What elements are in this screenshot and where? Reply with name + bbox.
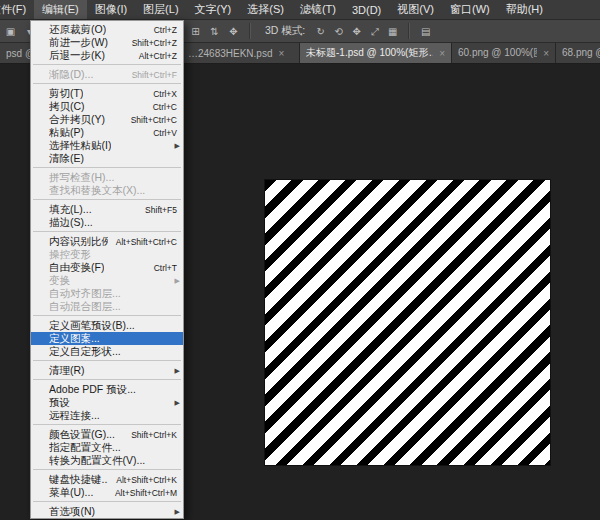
menubar-item[interactable]: 图像(I): [87, 0, 135, 19]
menu-item[interactable]: 清理(R)▶: [31, 364, 183, 377]
menu-item-label: 渐隐(D)...: [49, 68, 93, 82]
menu-item-label: 拼写检查(H)...: [49, 171, 114, 185]
3d-mode-icon[interactable]: ⤢: [367, 24, 382, 39]
menu-item-label: 颜色设置(G)...: [49, 428, 115, 442]
menu-item-shortcut: Shift+Ctrl+F: [124, 70, 177, 80]
menu-item-shortcut: Shift+Ctrl+Z: [124, 38, 177, 48]
options-icon[interactable]: ⊞: [188, 24, 203, 39]
menu-separator: [33, 315, 181, 316]
3d-mode-icon[interactable]: ✥: [349, 24, 364, 39]
menu-item-label: 指定配置文件...: [49, 441, 121, 455]
document-tab[interactable]: 68.png @ 100% (此…×: [556, 43, 600, 63]
menu-item-label: 预设: [49, 396, 70, 410]
3d-mode-icons: ↻⟲✥⤢▦: [313, 24, 400, 39]
menu-item[interactable]: 选择性粘贴(I)▶: [31, 139, 183, 152]
document-tab[interactable]: 60.png @ 100%(图…×: [452, 43, 556, 63]
menubar-item[interactable]: 窗口(W): [442, 0, 498, 19]
submenu-arrow-icon: ▶: [175, 399, 180, 407]
menu-item-label: 合并拷贝(Y): [49, 113, 105, 127]
menubar-item[interactable]: 图层(L): [135, 0, 186, 19]
menu-item-shortcut: Ctrl+T: [146, 263, 177, 273]
tab-close-icon[interactable]: ×: [543, 48, 549, 59]
menu-bar: 文件(F)编辑(E)图像(I)图层(L)文字(Y)选择(S)滤镜(T)3D(D)…: [0, 0, 600, 20]
menu-item-shortcut: Shift+Ctrl+K: [123, 430, 177, 440]
menubar-item[interactable]: 文字(Y): [187, 0, 240, 19]
menubar-item[interactable]: 视图(V): [389, 0, 442, 19]
options-icon[interactable]: ▣: [3, 24, 18, 39]
menu-item[interactable]: 菜单(U)...Alt+Shift+Ctrl+M: [31, 486, 183, 499]
menubar-item[interactable]: 帮助(H): [498, 0, 551, 19]
menu-item[interactable]: 自由变换(F)Ctrl+T: [31, 261, 183, 274]
submenu-arrow-icon: ▶: [175, 367, 180, 375]
menu-item-shortcut: Ctrl+C: [145, 102, 177, 112]
menu-item[interactable]: 填充(L)...Shift+F5: [31, 203, 183, 216]
menu-item-label: Adobe PDF 预设...: [49, 383, 136, 397]
menu-item[interactable]: 转换为配置文件(V)...: [31, 454, 183, 467]
options-icon[interactable]: ▤: [418, 24, 433, 39]
menu-separator: [33, 424, 181, 425]
menu-item[interactable]: 颜色设置(G)...Shift+Ctrl+K: [31, 428, 183, 441]
menu-item-shortcut: Alt+Shift+Ctrl+M: [107, 488, 177, 498]
menu-item-shortcut: Alt+Ctrl+Z: [131, 51, 177, 61]
menu-item-shortcut: Shift+Ctrl+C: [123, 115, 177, 125]
menu-item[interactable]: Adobe PDF 预设...: [31, 383, 183, 396]
menu-item[interactable]: 定义自定形状...: [31, 345, 183, 358]
menu-item[interactable]: 内容识别比例Alt+Shift+Ctrl+C: [31, 235, 183, 248]
menu-item[interactable]: 首选项(N)▶: [31, 505, 183, 518]
menu-item[interactable]: 预设▶: [31, 396, 183, 409]
menu-item[interactable]: 键盘快捷键...Alt+Shift+Ctrl+K: [31, 473, 183, 486]
menu-item-label: 还原裁剪(O): [49, 23, 106, 37]
options-icon[interactable]: ⇅: [207, 24, 222, 39]
menu-item-shortcut: Shift+F5: [137, 205, 177, 215]
tab-close-icon[interactable]: ×: [439, 48, 445, 59]
3d-mode-label: 3D 模式:: [265, 24, 305, 38]
menu-item-label: 剪切(T): [49, 87, 83, 101]
menu-item-shortcut: Alt+Shift+Ctrl+C: [108, 237, 177, 247]
menu-item[interactable]: 合并拷贝(Y)Shift+Ctrl+C: [31, 113, 183, 126]
menu-item: 自动对齐图层...: [31, 287, 183, 300]
menu-item-label: 键盘快捷键...: [49, 473, 108, 487]
menu-separator: [33, 64, 181, 65]
menu-item[interactable]: 粘贴(P)Ctrl+V: [31, 126, 183, 139]
menubar-item[interactable]: 选择(S): [239, 0, 292, 19]
menu-item: 自动混合图层...: [31, 300, 183, 313]
menu-item-label: 选择性粘贴(I): [49, 139, 111, 153]
menubar-item[interactable]: 3D(D): [344, 0, 389, 19]
menu-item[interactable]: 定义图案...: [31, 332, 183, 345]
document-tab[interactable]: …24683HEKN.psd×: [182, 43, 300, 63]
menu-item-shortcut: Ctrl+X: [145, 89, 177, 99]
options-separator: [408, 23, 410, 39]
menu-item-label: 前进一步(W): [49, 36, 108, 50]
menu-item[interactable]: 后退一步(K)Alt+Ctrl+Z: [31, 49, 183, 62]
document-canvas[interactable]: [265, 180, 550, 465]
menu-item[interactable]: 清除(E): [31, 152, 183, 165]
menu-item-label: 填充(L)...: [49, 203, 92, 217]
options-icon[interactable]: ✥: [226, 24, 241, 39]
menu-separator: [33, 379, 181, 380]
menubar-item[interactable]: 编辑(E): [34, 0, 87, 19]
menu-item-label: 转换为配置文件(V)...: [49, 454, 145, 468]
menubar-item[interactable]: 文件(F): [0, 0, 34, 19]
menu-item-label: 变换: [49, 274, 70, 288]
menu-separator: [33, 231, 181, 232]
document-tab[interactable]: 未标题-1.psd @ 100%(矩形…×: [300, 43, 452, 63]
menu-item[interactable]: 还原裁剪(O)Ctrl+Z: [31, 23, 183, 36]
3d-mode-icon[interactable]: ▦: [385, 24, 400, 39]
tab-close-icon[interactable]: ×: [279, 48, 285, 59]
menu-item-label: 定义自定形状...: [49, 345, 121, 359]
options-group-main: ⊞⇅✥ 3D 模式: ↻⟲✥⤢▦ ▤: [188, 20, 433, 42]
menu-item[interactable]: 描边(S)...: [31, 216, 183, 229]
menubar-item[interactable]: 滤镜(T): [292, 0, 344, 19]
menu-item-shortcut: Ctrl+V: [145, 128, 177, 138]
3d-mode-icon[interactable]: ↻: [313, 24, 328, 39]
menu-item[interactable]: 剪切(T)Ctrl+X: [31, 87, 183, 100]
menu-item[interactable]: 远程连接...: [31, 409, 183, 422]
menu-item[interactable]: 定义画笔预设(B)...: [31, 319, 183, 332]
menu-item-label: 查找和替换文本(X)...: [49, 184, 145, 198]
menu-item[interactable]: 拷贝(C)Ctrl+C: [31, 100, 183, 113]
menu-item[interactable]: 前进一步(W)Shift+Ctrl+Z: [31, 36, 183, 49]
3d-mode-icon[interactable]: ⟲: [331, 24, 346, 39]
menu-separator: [33, 167, 181, 168]
menu-item[interactable]: 指定配置文件...: [31, 441, 183, 454]
menu-item-label: 菜单(U)...: [49, 486, 93, 500]
